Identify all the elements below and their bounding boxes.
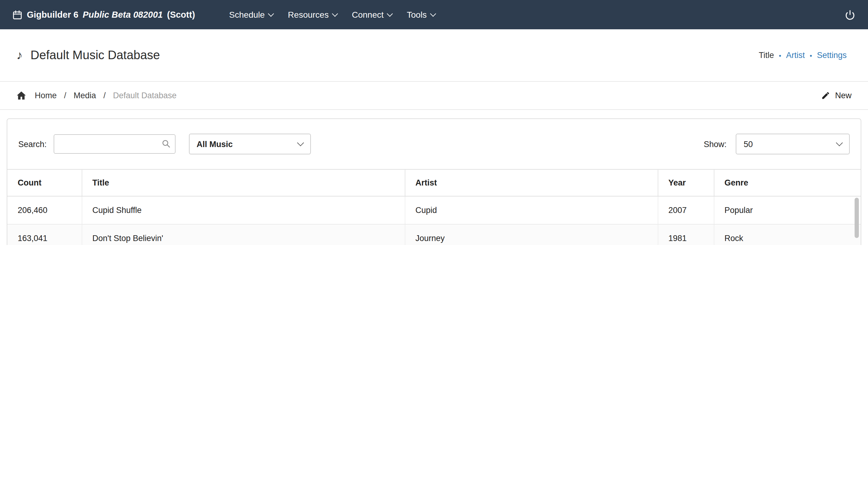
- chevron-down-icon: [268, 10, 274, 17]
- table-row[interactable]: 163,041 Don't Stop Believin' Journey 198…: [7, 224, 861, 245]
- power-icon: [844, 9, 856, 21]
- page-title-wrap: ♪ Default Music Database: [17, 48, 160, 62]
- cell-title: Cupid Shuffle: [82, 196, 405, 224]
- chevron-down-icon: [430, 10, 436, 17]
- cell-genre: Popular: [714, 196, 861, 224]
- breadcrumb: Home / Media / Default Database: [17, 91, 184, 100]
- search-label: Search:: [18, 139, 46, 149]
- table-toolbar: Search: All Music Show: 50: [7, 119, 861, 169]
- table-header-row: Count Title Artist Year Genre: [7, 169, 861, 196]
- navbar-menu-label: Tools: [407, 10, 427, 20]
- logout-button[interactable]: [844, 9, 856, 21]
- search-input[interactable]: [53, 134, 175, 154]
- column-header[interactable]: Artist: [405, 169, 658, 196]
- navbar-menus: Schedule Resources Connect Tools: [229, 10, 435, 20]
- new-button-label: New: [835, 91, 851, 100]
- page-size-select[interactable]: 50: [736, 134, 850, 154]
- music-database-card: Search: All Music Show: 50: [7, 118, 861, 245]
- view-link[interactable]: Settings: [817, 51, 847, 60]
- table-row[interactable]: 206,460 Cupid Shuffle Cupid 2007 Popular: [7, 196, 861, 224]
- search-icon: [161, 139, 170, 148]
- cell-count: 163,041: [7, 224, 82, 245]
- navbar-menu[interactable]: Resources: [288, 10, 337, 20]
- chevron-down-icon: [387, 10, 393, 17]
- navbar-menu[interactable]: Schedule: [229, 10, 273, 20]
- table-head: Count Title Artist Year Genre: [7, 169, 861, 196]
- app-brand: Gigbuilder 6 Public Beta 082001 (Scott): [12, 9, 195, 20]
- gigbuilder-app: Gigbuilder 6 Public Beta 082001 (Scott) …: [0, 0, 868, 245]
- chevron-down-icon: [836, 139, 843, 146]
- brand-beta-label: Public Beta 082001: [83, 10, 163, 20]
- navbar-menu[interactable]: Tools: [407, 10, 435, 20]
- show-group: Show: 50: [704, 134, 850, 154]
- page-header: ♪ Default Music Database Title • Artist …: [0, 29, 868, 81]
- separator-dot: •: [810, 52, 812, 59]
- pencil-icon: [821, 91, 830, 100]
- new-button[interactable]: New: [821, 91, 851, 100]
- view-switcher: Title • Artist • Settings: [758, 51, 851, 60]
- cell-artist: Journey: [405, 224, 658, 245]
- navbar-menu-label: Resources: [288, 10, 329, 20]
- cell-genre: Rock: [714, 224, 861, 245]
- brand-user: (Scott): [167, 10, 195, 20]
- calendar-icon: [12, 9, 23, 20]
- page-size-value: 50: [744, 139, 753, 149]
- table-body: 206,460 Cupid Shuffle Cupid 2007 Popular…: [7, 196, 861, 245]
- navbar-menu-label: Connect: [352, 10, 383, 20]
- breadcrumb-separator: /: [64, 91, 66, 100]
- navbar-menu[interactable]: Connect: [352, 10, 392, 20]
- column-header[interactable]: Genre: [714, 169, 861, 196]
- top-navbar: Gigbuilder 6 Public Beta 082001 (Scott) …: [0, 0, 868, 29]
- home-icon[interactable]: [17, 91, 26, 100]
- breadcrumb-item[interactable]: Media: [74, 91, 96, 100]
- view-link[interactable]: Artist: [786, 51, 805, 60]
- cell-artist: Cupid: [405, 196, 658, 224]
- navbar-menu-label: Schedule: [229, 10, 265, 20]
- show-label: Show:: [704, 139, 726, 149]
- column-header[interactable]: Title: [82, 169, 405, 196]
- breadcrumb-separator: /: [103, 91, 106, 100]
- separator-dot: •: [779, 52, 781, 59]
- cell-year: 1981: [658, 224, 714, 245]
- cell-count: 206,460: [7, 196, 82, 224]
- music-filter-select[interactable]: All Music: [189, 134, 311, 154]
- music-filter-value: All Music: [196, 139, 233, 149]
- breadcrumb-item[interactable]: Home: [35, 91, 57, 100]
- chevron-down-icon: [332, 10, 338, 17]
- page-title: Default Music Database: [30, 48, 160, 62]
- view-link[interactable]: Title: [758, 51, 774, 60]
- cell-year: 2007: [658, 196, 714, 224]
- table-scrollbar-thumb[interactable]: [855, 198, 859, 238]
- cell-title: Don't Stop Believin': [82, 224, 405, 245]
- column-header[interactable]: Year: [658, 169, 714, 196]
- column-header[interactable]: Count: [7, 169, 82, 196]
- breadcrumb-bar: Home / Media / Default Database New: [0, 81, 868, 110]
- music-table: Count Title Artist Year Genre 206,460: [7, 169, 861, 245]
- search-box: [53, 134, 175, 154]
- chevron-down-icon: [297, 139, 304, 146]
- brand-app-name: Gigbuilder 6: [27, 10, 78, 20]
- breadcrumb-item: Default Database: [113, 91, 177, 100]
- music-note-icon: ♪: [17, 48, 23, 62]
